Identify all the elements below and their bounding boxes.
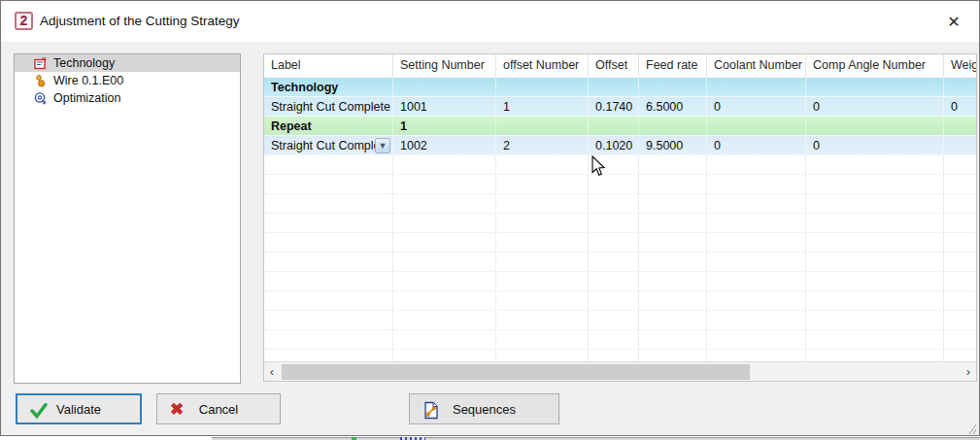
empty-cell [589, 350, 639, 361]
table-cell[interactable] [639, 78, 707, 97]
empty-cell [806, 291, 944, 311]
empty-cell [589, 253, 639, 272]
column-header[interactable]: Coolant Number [707, 54, 806, 78]
strategy-tree-panel: Technology Wire 0.1.E00 [14, 53, 241, 384]
empty-cell [589, 272, 639, 291]
scroll-left-arrow-icon[interactable]: ‹ [264, 362, 280, 382]
title-bar[interactable]: 2 Adjustment of the Cutting Strategy ✕ [1, 1, 979, 42]
table-cell[interactable] [589, 117, 639, 136]
column-header[interactable]: Weig [944, 54, 977, 78]
background-window-strip [0, 436, 980, 440]
column-header[interactable]: Offset [589, 54, 639, 78]
table-cell[interactable]: 1002 [393, 136, 496, 155]
column-header[interactable]: Comp Angle Number [806, 54, 944, 78]
empty-cell [393, 233, 496, 253]
table-cell[interactable] [707, 117, 806, 136]
table-cell[interactable] [639, 117, 707, 136]
scrollbar-thumb[interactable] [282, 364, 750, 380]
empty-table-row [264, 272, 976, 291]
empty-cell [806, 233, 944, 253]
table-cell[interactable] [944, 78, 976, 97]
empty-cell [589, 311, 639, 330]
table-cell[interactable]: 9.5000 [639, 136, 707, 155]
technology-grid: LabelSetting Numberoffset NumberOffsetFe… [263, 53, 977, 382]
empty-table-row [264, 291, 976, 311]
table-cell[interactable]: 0 [944, 97, 976, 117]
table-row: Repeat1 [264, 117, 976, 136]
table-cell[interactable]: 0 [806, 136, 944, 155]
empty-cell [707, 175, 806, 194]
tree-item-technology[interactable]: Technology [15, 54, 240, 72]
table-cell[interactable]: 0 [707, 136, 806, 155]
table-cell[interactable]: 1 [393, 117, 496, 136]
empty-cell [944, 155, 976, 175]
table-cell[interactable]: 1001 [393, 97, 496, 117]
empty-cell [393, 155, 496, 175]
table-cell[interactable] [496, 78, 589, 97]
empty-cell [264, 214, 393, 233]
table-cell[interactable]: Straight Cut Comple▼ [264, 136, 393, 155]
empty-cell [639, 253, 707, 272]
table-cell[interactable]: Technology [264, 78, 393, 97]
table-cell[interactable] [496, 117, 589, 136]
empty-table-row [264, 350, 976, 361]
table-cell[interactable]: 0.1740 [589, 97, 639, 117]
scroll-right-arrow-icon[interactable]: › [961, 362, 976, 382]
empty-cell [707, 155, 806, 175]
table-cell[interactable] [944, 136, 976, 155]
table-cell[interactable]: 6.5000 [639, 97, 707, 117]
empty-cell [264, 155, 393, 175]
empty-cell [496, 155, 589, 175]
grid-body: TechnologyStraight Cut Complete100110.17… [264, 78, 976, 361]
column-header[interactable]: offset Number [496, 54, 589, 78]
column-header[interactable]: Setting Number [393, 54, 496, 78]
table-cell[interactable]: 0 [806, 97, 944, 117]
empty-cell [589, 175, 639, 194]
table-row: Technology [264, 78, 976, 97]
label-dropdown-button[interactable]: ▼ [375, 138, 390, 153]
table-cell[interactable]: 0.1020 [589, 136, 639, 155]
empty-cell [806, 214, 944, 233]
empty-cell [806, 155, 944, 175]
horizontal-scrollbar[interactable]: ‹ › [264, 361, 976, 381]
table-row: Straight Cut Comple▼100220.10209.500000 [264, 136, 976, 155]
technology-icon [33, 56, 48, 71]
table-cell[interactable] [806, 78, 944, 97]
table-cell[interactable]: 1 [496, 97, 589, 117]
cancel-label: Cancel [199, 402, 238, 417]
empty-table-row [264, 311, 976, 330]
empty-cell [264, 272, 393, 291]
empty-cell [806, 272, 944, 291]
dialog-title: Adjustment of the Cutting Strategy [40, 14, 240, 28]
table-cell[interactable] [806, 117, 944, 136]
table-cell[interactable]: Repeat [264, 117, 393, 136]
table-cell[interactable]: 2 [496, 136, 589, 155]
table-cell[interactable] [707, 78, 806, 97]
empty-cell [264, 311, 393, 330]
table-cell[interactable]: Straight Cut Complete [264, 97, 393, 117]
empty-cell [393, 214, 496, 233]
resize-grip-icon[interactable] [967, 422, 977, 433]
empty-cell [393, 330, 496, 350]
empty-cell [496, 194, 589, 214]
cancel-button[interactable]: ✖ Cancel [156, 393, 281, 424]
scrollbar-track[interactable] [280, 362, 961, 382]
empty-cell [707, 350, 806, 361]
column-header[interactable]: Feed rate [639, 54, 707, 78]
column-header[interactable]: Label [264, 54, 393, 78]
empty-cell [639, 311, 707, 330]
empty-cell [944, 330, 976, 350]
validate-button[interactable]: Validate [16, 393, 142, 424]
tree-item-label: Wire 0.1.E00 [53, 74, 123, 87]
table-cell[interactable] [393, 78, 496, 97]
optimization-icon [33, 91, 48, 106]
close-button[interactable]: ✕ [940, 9, 967, 34]
empty-cell [639, 194, 707, 214]
tree-item-wire[interactable]: Wire 0.1.E00 [15, 72, 240, 89]
table-cell[interactable] [589, 78, 639, 97]
screen: 2 Adjustment of the Cutting Strategy ✕ T… [0, 0, 980, 440]
table-cell[interactable] [944, 117, 976, 136]
sequences-button[interactable]: Sequences [409, 393, 559, 424]
table-cell[interactable]: 0 [707, 97, 806, 117]
tree-item-optimization[interactable]: Optimization [15, 89, 240, 107]
